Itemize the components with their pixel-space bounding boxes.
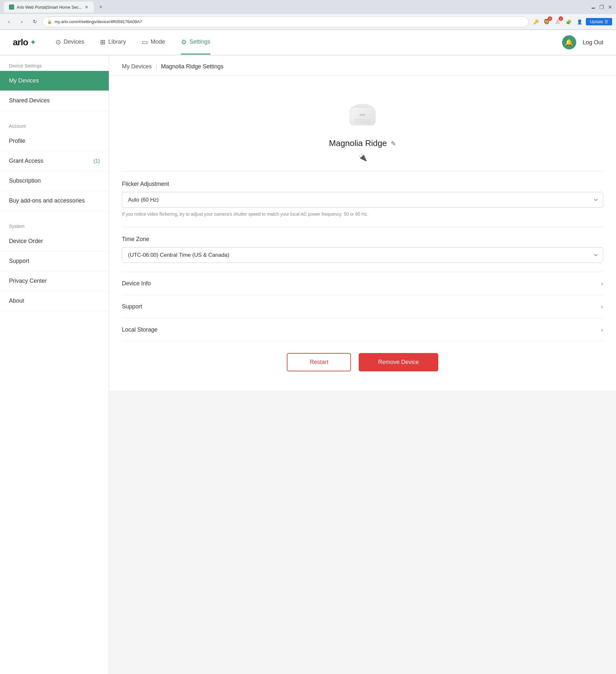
url-text: my.arlo.com/#/settings/device/4R059176A0… [54, 19, 142, 24]
arlo-logo: arlo ✦ [13, 37, 36, 47]
sidebar-item-grant-access[interactable]: Grant Access (1) [0, 151, 109, 171]
sidebar-item-support[interactable]: Support [0, 251, 109, 271]
grant-access-badge: (1) [93, 158, 100, 164]
library-nav-icon: ⊞ [100, 38, 106, 46]
sidebar-item-privacy-center[interactable]: Privacy Center [0, 271, 109, 291]
devices-nav-icon: ⊙ [55, 38, 61, 46]
key-icon: 🔑 [531, 17, 540, 26]
sidebar-support-label: Support [9, 258, 29, 264]
edit-device-name-icon[interactable]: ✎ [391, 140, 396, 147]
breadcrumb-current: Magnolia Ridge Settings [161, 63, 224, 70]
brave-shield-icon[interactable]: 🦁 9 [542, 17, 551, 26]
update-button[interactable]: Update ☰ [586, 18, 612, 25]
timezone-section: Time Zone (UTC-06:00) Central Time (US &… [122, 227, 603, 272]
refresh-button[interactable]: ↻ [29, 17, 40, 27]
minimize-button[interactable]: 🗕 [591, 5, 596, 9]
remove-device-button[interactable]: Remove Device [359, 353, 438, 371]
sidebar-grant-access-label: Grant Access [9, 157, 43, 164]
sidebar-my-devices-label: My Devices [9, 77, 39, 84]
restore-button[interactable]: ❐ [599, 5, 604, 9]
bell-button[interactable]: 🔔 [562, 35, 576, 49]
titlebar-controls: 🗕 ❐ ✕ [591, 5, 612, 9]
alert-badge: 1 [559, 16, 563, 21]
local-storage-row[interactable]: Local Storage › [122, 318, 603, 341]
logo-text: arlo [13, 37, 28, 47]
sidebar: Device Settings My Devices Shared Device… [0, 55, 109, 674]
breadcrumb-separator: | [156, 63, 157, 70]
sidebar-item-device-order[interactable]: Device Order [0, 231, 109, 251]
logo-bird-icon: ✦ [30, 38, 36, 47]
restart-button[interactable]: Restart [287, 353, 351, 371]
address-bar[interactable]: 🔒 my.arlo.com/#/settings/device/4R059176… [42, 16, 529, 27]
device-info-label: Device Info [122, 280, 151, 287]
app-container: arlo ✦ ⊙ Devices ⊞ Library ▭ Mode ⚙ Sett… [0, 30, 616, 674]
new-tab-button[interactable]: + [96, 3, 105, 12]
mode-nav-icon: ▭ [142, 38, 148, 46]
device-info-row[interactable]: Device Info › [122, 272, 603, 295]
sidebar-item-my-devices[interactable]: My Devices [0, 71, 109, 91]
main-content: My Devices | Magnolia Ridge Settings [109, 55, 616, 674]
sidebar-device-settings-label: Device Settings [0, 55, 109, 71]
browser-titlebar: Arlo Web Portal|Smart Home Sec... ✕ + 🗕 … [0, 0, 616, 14]
extensions-icon[interactable]: 🧩 [564, 17, 573, 26]
nav-item-mode[interactable]: ▭ Mode [142, 30, 165, 54]
breadcrumb-parent[interactable]: My Devices [122, 63, 152, 70]
nav-item-devices[interactable]: ⊙ Devices [55, 30, 84, 54]
nav-right: 🔔 Log Out [562, 35, 603, 49]
tab-favicon [9, 4, 14, 10]
forward-button[interactable]: › [17, 17, 27, 27]
lock-icon: 🔒 [47, 20, 52, 24]
support-label: Support [122, 303, 142, 310]
page-content: Device Settings My Devices Shared Device… [0, 55, 616, 674]
sidebar-item-subscription[interactable]: Subscription [0, 171, 109, 191]
sidebar-item-about[interactable]: About [0, 291, 109, 311]
flicker-section: Flicker Adjustment Auto (60 Hz) If you n… [122, 172, 603, 227]
timezone-label: Time Zone [122, 236, 603, 243]
support-row[interactable]: Support › [122, 295, 603, 318]
sidebar-subscription-label: Subscription [9, 178, 41, 184]
device-image-container: arlo [122, 88, 603, 133]
nav-item-settings[interactable]: ⚙ Settings [181, 30, 210, 54]
brave-badge: 9 [548, 16, 552, 21]
breadcrumb: My Devices | Magnolia Ridge Settings [109, 55, 616, 76]
sidebar-system-label: System [0, 216, 109, 231]
device-name-row: Magnolia Ridge ✎ [122, 138, 603, 148]
tab-title: Arlo Web Portal|Smart Home Sec... [17, 5, 82, 10]
close-button[interactable]: ✕ [608, 5, 612, 9]
logout-button[interactable]: Log Out [583, 39, 603, 46]
back-button[interactable]: ‹ [4, 17, 14, 27]
profile-icon[interactable]: 👤 [575, 17, 584, 26]
browser-chrome: Arlo Web Portal|Smart Home Sec... ✕ + 🗕 … [0, 0, 616, 30]
nav-items: ⊙ Devices ⊞ Library ▭ Mode ⚙ Settings [55, 30, 543, 54]
svg-text:arlo: arlo [360, 113, 365, 116]
nav-item-library[interactable]: ⊞ Library [100, 30, 126, 54]
browser-actions: 🔑 🦁 9 ⚠ 1 🧩 👤 Update ☰ [531, 17, 612, 26]
device-name: Magnolia Ridge [329, 138, 387, 148]
support-chevron: › [601, 303, 603, 310]
browser-toolbar: ‹ › ↻ 🔒 my.arlo.com/#/settings/device/4R… [0, 14, 616, 29]
sidebar-buy-addons-label: Buy add-ons and accessories [9, 197, 85, 204]
flicker-label: Flicker Adjustment [122, 181, 603, 188]
nav-settings-label: Settings [189, 38, 210, 45]
flicker-hint: If you notice video flickering, try to a… [122, 211, 603, 218]
menu-icon: ☰ [604, 19, 608, 24]
sidebar-privacy-center-label: Privacy Center [9, 277, 47, 285]
nav-library-label: Library [108, 38, 126, 45]
device-info-chevron: › [601, 280, 603, 287]
device-status-icon: 🔌 [358, 153, 367, 162]
local-storage-chevron: › [601, 326, 603, 333]
flicker-select[interactable]: Auto (60 Hz) [122, 192, 603, 208]
sidebar-item-shared-devices[interactable]: Shared Devices [0, 91, 109, 111]
bell-icon: 🔔 [565, 38, 573, 46]
sidebar-about-label: About [9, 298, 24, 304]
sidebar-item-buy-addons[interactable]: Buy add-ons and accessories [0, 191, 109, 211]
alert-icon[interactable]: ⚠ 1 [553, 17, 562, 26]
sidebar-profile-label: Profile [9, 138, 25, 144]
browser-tab[interactable]: Arlo Web Portal|Smart Home Sec... ✕ [4, 2, 94, 12]
top-nav: arlo ✦ ⊙ Devices ⊞ Library ▭ Mode ⚙ Sett… [0, 30, 616, 55]
tab-close-button[interactable]: ✕ [85, 4, 89, 10]
device-panel: arlo Magnolia Ridge ✎ 🔌 [109, 76, 616, 390]
timezone-select[interactable]: (UTC-06:00) Central Time (US & Canada) [122, 247, 603, 263]
local-storage-label: Local Storage [122, 326, 157, 333]
sidebar-item-profile[interactable]: Profile [0, 131, 109, 151]
